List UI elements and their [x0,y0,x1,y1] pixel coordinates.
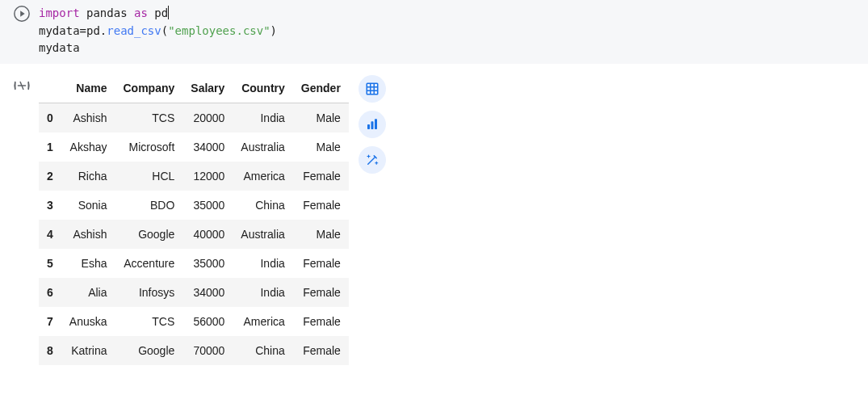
notebook-cell: import pandas as pd mydata=pd.read_csv("… [0,0,868,370]
suggest-chart-button[interactable] [359,111,386,138]
table-cell: Esha [61,249,115,278]
table-cell: India [233,103,292,133]
table-cell: Akshay [61,132,115,162]
run-cell-button[interactable] [13,5,31,23]
table-cell: Infosys [115,278,183,307]
variable-icon [13,77,31,95]
table-cell: 20000 [182,103,233,133]
text-cursor [168,6,169,19]
data-table-icon [365,82,379,96]
code-editor[interactable]: import pandas as pd mydata=pd.read_csv("… [39,3,863,57]
svg-rect-9 [375,119,377,129]
table-row: 5EshaAccenture35000IndiaFemale [39,249,349,278]
code-token: read_csv [107,24,161,37]
table-row: 7AnuskaTCS56000AmericaFemale [39,307,349,336]
table-cell: China [233,191,292,220]
svg-marker-1 [20,11,25,16]
code-token: "employees.csv" [168,24,270,37]
table-cell: Female [293,249,349,278]
table-cell: 56000 [182,307,233,336]
row-index: 3 [39,191,61,220]
cell-output: Name Company Salary Country Gender 0Ashi… [0,64,868,370]
table-cell: Google [115,336,183,365]
table-cell: Male [293,103,349,133]
col-header-gender[interactable]: Gender [293,74,349,103]
output-body: Name Company Salary Country Gender 0Ashi… [39,74,386,365]
table-cell: TCS [115,103,183,133]
table-cell: America [233,307,292,336]
code-token: pd [148,6,168,19]
table-row: 0AshishTCS20000IndiaMale [39,103,349,133]
output-actions [359,74,386,174]
table-cell: Katrina [61,336,115,365]
table-cell: Richa [61,162,115,191]
table-cell: Female [293,278,349,307]
row-index: 4 [39,220,61,249]
row-index: 8 [39,336,61,365]
svg-rect-7 [367,124,370,129]
table-cell: Female [293,162,349,191]
col-header-country[interactable]: Country [233,74,292,103]
code-cell-input: import pandas as pd mydata=pd.read_csv("… [0,0,868,64]
col-header-salary[interactable]: Salary [182,74,233,103]
table-cell: India [233,249,292,278]
table-cell: Microsoft [115,132,183,162]
table-cell: Australia [233,220,292,249]
table-cell: Female [293,336,349,365]
table-cell: 34000 [182,132,233,162]
table-cell: 35000 [182,249,233,278]
table-cell: 40000 [182,220,233,249]
table-cell: Anuska [61,307,115,336]
table-cell: Ashish [61,220,115,249]
code-token: import [39,6,80,19]
col-header-name[interactable]: Name [61,74,115,103]
table-cell: Male [293,220,349,249]
col-header-company[interactable]: Company [115,74,183,103]
table-row: 4AshishGoogle40000AustraliaMale [39,220,349,249]
svg-rect-2 [367,83,378,95]
table-cell: India [233,278,292,307]
table-cell: 34000 [182,278,233,307]
row-index: 6 [39,278,61,307]
run-gutter [5,3,39,23]
code-token: ( [161,24,168,37]
table-cell: 12000 [182,162,233,191]
table-header: Name Company Salary Country Gender [39,74,349,103]
table-cell: Ashish [61,103,115,133]
table-row: 1AkshayMicrosoft34000AustraliaMale [39,132,349,162]
table-cell: Accenture [115,249,183,278]
table-cell: Female [293,191,349,220]
generate-code-button[interactable] [359,146,386,174]
table-cell: Female [293,307,349,336]
table-cell: HCL [115,162,183,191]
table-row: 6AliaInfosys34000IndiaFemale [39,278,349,307]
table-cell: Google [115,220,183,249]
table-row: 8KatrinaGoogle70000ChinaFemale [39,336,349,365]
table-cell: Australia [233,132,292,162]
row-index: 0 [39,103,61,133]
output-gutter [5,74,39,97]
table-row: 3SoniaBDO35000ChinaFemale [39,191,349,220]
table-row: 2RichaHCL12000AmericaFemale [39,162,349,191]
dataframe-table: Name Company Salary Country Gender 0Ashi… [39,74,349,365]
variable-inspector-button[interactable] [13,77,31,97]
table-cell: 70000 [182,336,233,365]
table-cell: TCS [115,307,183,336]
code-token: mydata=pd [39,24,100,37]
table-cell: Sonia [61,191,115,220]
code-token: pandas [80,6,134,19]
interactive-table-button[interactable] [359,75,386,103]
code-token: ) [270,24,277,37]
row-index: 7 [39,307,61,336]
table-cell: Alia [61,278,115,307]
table-cell: 35000 [182,191,233,220]
code-token: mydata [39,41,80,54]
magic-wand-icon [365,153,379,167]
table-body: 0AshishTCS20000IndiaMale1AkshayMicrosoft… [39,103,349,366]
row-index: 2 [39,162,61,191]
run-icon [13,5,31,23]
table-cell: America [233,162,292,191]
table-cell: BDO [115,191,183,220]
table-cell: Male [293,132,349,162]
code-token: as [134,6,148,19]
